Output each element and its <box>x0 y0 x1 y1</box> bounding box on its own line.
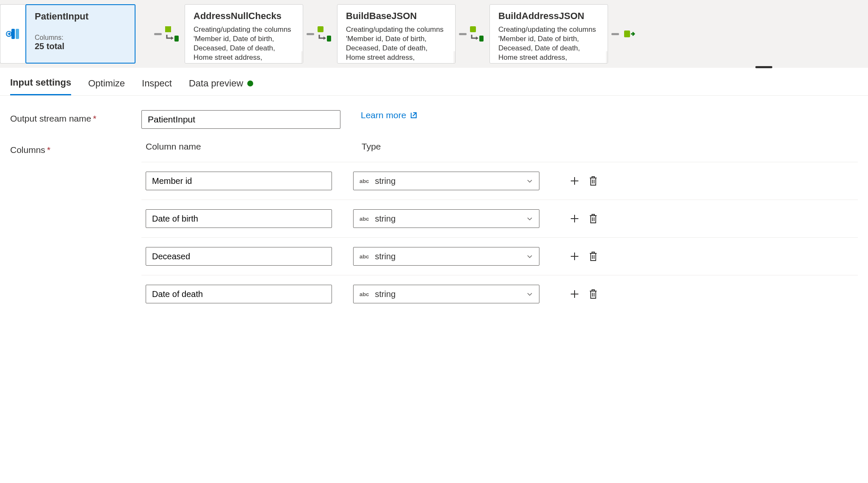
external-link-icon <box>409 111 418 119</box>
column-row: abc string <box>141 275 858 313</box>
tab-optimize[interactable]: Optimize <box>88 78 125 95</box>
add-row-button[interactable] <box>569 289 580 300</box>
svg-rect-9 <box>624 31 630 37</box>
svg-rect-8 <box>479 36 484 42</box>
column-name-input[interactable] <box>146 247 332 266</box>
column-type-select[interactable]: abc string <box>353 172 539 190</box>
delete-row-button[interactable] <box>588 289 599 300</box>
panel-resize-handle[interactable] <box>755 66 772 68</box>
node-columns-value: 25 total <box>35 42 126 51</box>
settings-panel: Output stream name* Learn more Columns* … <box>0 96 868 340</box>
node-desc: Creating/updating the columns 'Member id… <box>498 25 599 62</box>
node-title: BuildAddressJSON <box>498 11 599 22</box>
tab-data-preview[interactable]: Data preview <box>189 78 253 95</box>
column-type-select[interactable]: abc string <box>353 285 539 303</box>
column-row: abc string <box>141 162 858 200</box>
type-header: Type <box>362 142 381 152</box>
column-name-input[interactable] <box>146 285 332 303</box>
columns-label: Columns* <box>10 142 141 155</box>
tab-label: Optimize <box>88 78 125 89</box>
status-dot-icon <box>247 80 253 86</box>
column-type-select[interactable]: abc string <box>353 209 539 228</box>
chevron-down-icon <box>526 178 533 184</box>
delete-row-button[interactable] <box>588 213 599 224</box>
string-type-icon: abc <box>359 178 369 184</box>
type-value: string <box>375 252 395 261</box>
output-stream-label: Output stream name* <box>10 110 141 124</box>
output-stream-input[interactable] <box>141 110 340 129</box>
string-type-icon: abc <box>359 216 369 222</box>
svg-rect-5 <box>318 26 323 32</box>
add-row-button[interactable] <box>569 251 580 262</box>
svg-rect-1 <box>16 29 19 39</box>
column-row: abc string <box>141 200 858 237</box>
derive-column-icon <box>315 25 334 43</box>
pipeline-row: PatientInput Columns: 25 total + Address… <box>0 0 868 68</box>
delete-row-button[interactable] <box>588 175 599 186</box>
column-name-input[interactable] <box>146 172 332 190</box>
learn-more-link[interactable]: Learn more <box>361 110 418 120</box>
pipeline-node-addressnullchecks[interactable]: AddressNullChecks Creating/updating the … <box>185 4 303 64</box>
connector-line <box>611 33 619 35</box>
type-value: string <box>375 176 395 186</box>
column-name-input[interactable] <box>146 209 332 228</box>
chevron-down-icon <box>526 253 533 260</box>
column-row: abc string <box>141 237 858 275</box>
svg-rect-6 <box>327 36 331 42</box>
derive-column-icon <box>163 25 181 43</box>
svg-rect-4 <box>174 36 179 42</box>
pipeline-node-buildaddressjson[interactable]: BuildAddressJSON Creating/updating the c… <box>489 4 608 64</box>
connector-line <box>154 33 162 35</box>
learn-more-label: Learn more <box>361 110 406 120</box>
type-value: string <box>375 214 395 224</box>
source-icon <box>6 26 21 42</box>
pipeline-node-buildbasejson[interactable]: BuildBaseJSON Creating/updating the colu… <box>337 4 456 64</box>
pipeline-node-patientinput[interactable]: PatientInput Columns: 25 total + <box>25 4 135 64</box>
add-row-button[interactable] <box>569 175 580 186</box>
chevron-down-icon <box>526 215 533 222</box>
tab-label: Input settings <box>10 77 71 88</box>
chevron-down-icon <box>526 291 533 297</box>
delete-row-button[interactable] <box>588 251 599 262</box>
add-row-button[interactable] <box>569 213 580 224</box>
node-desc: Creating/updating the columns 'Member id… <box>346 25 447 62</box>
connector-line <box>307 33 314 35</box>
sink-icon <box>620 25 639 43</box>
string-type-icon: abc <box>359 291 369 297</box>
derive-column-icon <box>467 25 486 43</box>
tab-input-settings[interactable]: Input settings <box>10 77 71 95</box>
connector-line <box>459 33 467 35</box>
node-title: PatientInput <box>35 11 126 22</box>
svg-rect-0 <box>11 29 15 39</box>
tab-inspect[interactable]: Inspect <box>142 78 172 95</box>
column-type-select[interactable]: abc string <box>353 247 539 266</box>
column-name-header: Column name <box>146 142 362 152</box>
tab-row: Input settings Optimize Inspect Data pre… <box>0 68 868 96</box>
tab-label: Inspect <box>142 78 172 89</box>
source-icon-panel <box>0 4 25 64</box>
node-title: AddressNullChecks <box>194 11 294 22</box>
svg-rect-7 <box>470 26 476 32</box>
string-type-icon: abc <box>359 253 369 260</box>
node-columns-label: Columns: <box>35 34 126 42</box>
type-value: string <box>375 289 395 299</box>
node-title: BuildBaseJSON <box>346 11 447 22</box>
node-desc: Creating/updating the columns 'Member id… <box>194 25 294 62</box>
tab-label: Data preview <box>189 78 243 89</box>
